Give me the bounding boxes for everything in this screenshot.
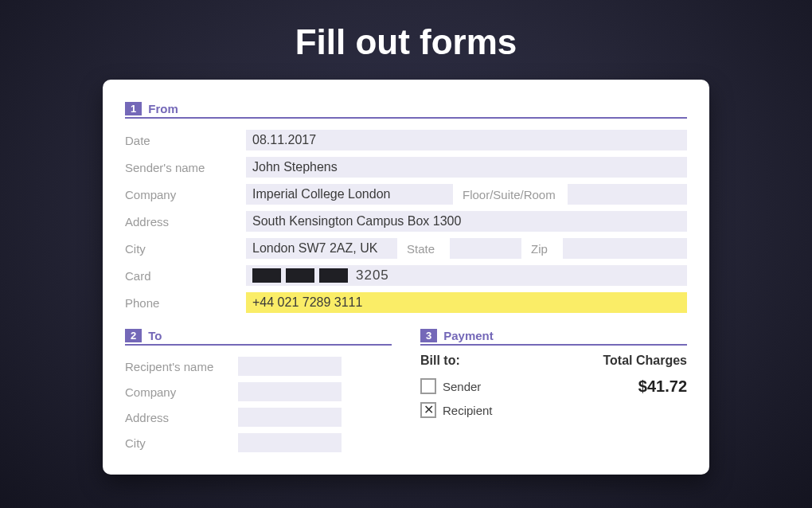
label-company: Company (125, 188, 236, 201)
label-to-city: City (125, 436, 228, 450)
section-to: 2 To Recipent's name Company Address Cit… (125, 329, 392, 455)
card-mask-icon (286, 268, 314, 283)
input-zip[interactable] (563, 238, 687, 259)
section-num-to: 2 (125, 329, 142, 342)
label-sender: Sender's name (125, 161, 236, 174)
card-mask-icon (319, 268, 348, 283)
input-to-company[interactable] (238, 382, 342, 401)
total-value: $41.72 (638, 377, 687, 396)
checkbox-sender[interactable] (420, 378, 436, 394)
label-recipient-name: Recipent's name (125, 360, 228, 373)
input-card[interactable]: 3205 (246, 265, 687, 286)
label-state: State (407, 242, 440, 256)
section-head-payment: 3 Payment (420, 329, 687, 346)
label-option-sender: Sender (443, 380, 481, 393)
section-payment: 3 Payment Bill to: Total Charges Sender … (420, 329, 687, 455)
input-phone[interactable]: +44 021 7289 3111 (246, 292, 687, 313)
input-to-city[interactable] (238, 433, 342, 452)
label-bill-to: Bill to: (420, 354, 460, 368)
label-to-address: Address (125, 411, 228, 424)
label-to-company: Company (125, 385, 228, 399)
section-head-from: 1 From (125, 102, 687, 119)
page-title: Fill out forms (0, 0, 812, 80)
label-option-recipient: Recipient (443, 404, 493, 417)
label-date: Date (125, 134, 236, 147)
section-num-from: 1 (125, 102, 142, 115)
section-title-payment: Payment (443, 329, 494, 342)
section-head-to: 2 To (125, 329, 392, 346)
input-company[interactable]: Imperial College London (246, 184, 453, 205)
card-last4: 3205 (356, 268, 389, 283)
input-sender[interactable]: John Stephens (246, 157, 687, 178)
label-address: Address (125, 215, 236, 229)
input-date[interactable]: 08.11.2017 (246, 130, 687, 150)
section-title-from: From (148, 102, 178, 115)
input-city[interactable]: London SW7 2AZ, UK (246, 238, 397, 259)
input-address[interactable]: South Kensington Campus Box 1300 (246, 211, 687, 232)
input-state[interactable] (450, 238, 521, 259)
label-city: City (125, 242, 236, 256)
label-phone: Phone (125, 296, 236, 310)
label-card: Card (125, 269, 236, 283)
label-floor: Floor/Suite/Room (463, 188, 558, 201)
input-recipient-name[interactable] (238, 357, 342, 376)
form-card: 1 From Date 08.11.2017 Sender's name Joh… (103, 80, 709, 475)
input-to-address[interactable] (238, 408, 342, 427)
label-total: Total Charges (603, 354, 688, 368)
input-floor[interactable] (568, 184, 687, 205)
card-mask-icon (252, 268, 281, 283)
section-num-payment: 3 (420, 329, 437, 342)
section-title-to: To (148, 329, 162, 342)
label-zip: Zip (531, 242, 553, 256)
checkbox-recipient[interactable]: ✕ (420, 402, 436, 418)
